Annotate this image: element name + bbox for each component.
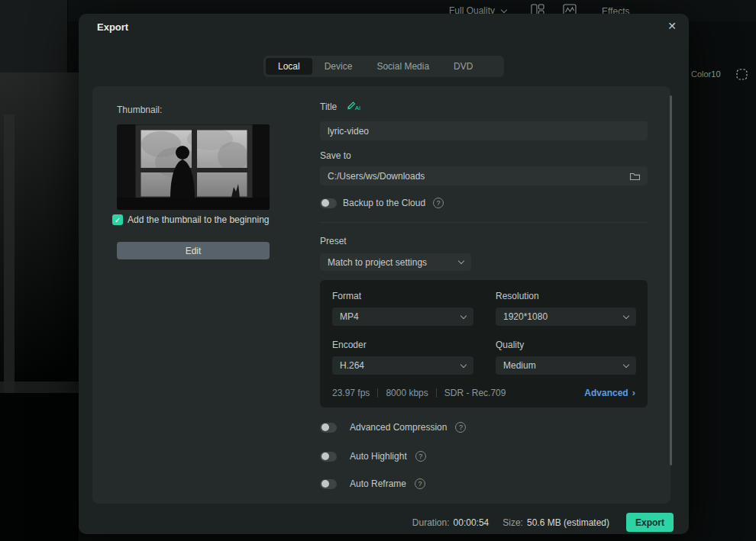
save-to-input[interactable] (320, 166, 648, 185)
quality-dropdown-field[interactable]: Medium (496, 356, 636, 375)
advanced-compression-toggle[interactable] (320, 423, 337, 433)
tab-dvd[interactable]: DVD (441, 58, 485, 75)
encoder-label: Encoder (332, 340, 367, 350)
save-to-field (320, 166, 648, 185)
thumbnail-checkbox[interactable]: ✓ (112, 214, 123, 225)
toggle-knob (321, 423, 329, 431)
edit-button-label: Edit (186, 246, 202, 256)
thumbnail-checkbox-row: ✓ Add the thumbnail to the beginning (112, 214, 269, 225)
size-info: Size: 50.6 MB (estimated) (502, 517, 609, 528)
format-dropdown[interactable]: MP4 (332, 308, 473, 326)
fps-value: 23.97 fps (332, 388, 370, 398)
help-icon[interactable]: ? (455, 422, 466, 433)
thumbnail-preview (117, 124, 270, 210)
encoder-dropdown[interactable]: H.264 (332, 356, 473, 375)
resolution-value: 1920*1080 (503, 311, 548, 322)
dialog-footer: Duration: 00:00:54 Size: 50.6 MB (estima… (412, 513, 674, 532)
ai-pen-icon[interactable]: AI (344, 99, 362, 114)
export-dialog: Export ✕ Local Device Social Media DVD T… (79, 14, 689, 534)
separator (377, 388, 378, 398)
tab-label: Social Media (376, 61, 429, 72)
advanced-link[interactable]: Advanced › (584, 388, 635, 398)
chevron-down-icon (460, 312, 467, 318)
backup-toggle[interactable] (320, 198, 337, 208)
color-space-value: SDR - Rec.709 (444, 388, 506, 398)
preset-dropdown[interactable]: Match to project settings (320, 253, 471, 271)
divider (320, 222, 648, 223)
toggle-knob (321, 199, 329, 207)
thumbnail-checkbox-label: Add the thumbnail to the beginning (128, 214, 269, 225)
help-icon[interactable]: ? (415, 451, 426, 462)
auto-reframe-row: Auto Reframe ? (320, 478, 425, 489)
video-preview-sill (0, 382, 79, 393)
resolution-dropdown[interactable]: 1920*1080 (496, 308, 636, 326)
thumbnail-image (117, 124, 270, 210)
help-icon[interactable]: ? (433, 198, 444, 208)
format-settings-panel: Format Resolution MP4 1920*1080 Encoder … (320, 280, 648, 407)
title-label: Title (320, 101, 337, 112)
duration-label: Duration: (412, 517, 450, 528)
save-to-label: Save to (320, 150, 351, 161)
toggle-knob (321, 452, 329, 460)
export-button[interactable]: Export (626, 513, 674, 532)
tab-label: Local (278, 61, 300, 72)
stream-info-row: 23.97 fps 8000 kbps SDR - Rec.709 Advanc… (332, 387, 635, 399)
color-board-icon[interactable] (735, 68, 748, 84)
size-label: Size: (502, 517, 523, 528)
export-settings-panel: Thumbnail: (92, 86, 670, 504)
resolution-label: Resolution (496, 291, 539, 301)
preset-label: Preset (320, 236, 347, 246)
duration-info: Duration: 00:00:54 (412, 517, 489, 528)
chevron-down-icon (501, 6, 507, 12)
chevron-right-icon: › (632, 388, 635, 398)
dialog-title: Export (97, 21, 128, 33)
auto-highlight-toggle[interactable] (320, 452, 337, 462)
help-icon[interactable]: ? (415, 478, 425, 489)
backup-label: Backup to the Cloud (343, 198, 425, 208)
scrollbar[interactable] (670, 95, 672, 465)
color-preset-label: Color10 (691, 69, 721, 79)
toggle-knob (321, 480, 329, 488)
advanced-compression-label: Advanced Compression (350, 422, 447, 433)
folder-browse-icon[interactable] (629, 171, 641, 185)
tab-label: Device (325, 61, 353, 72)
auto-highlight-row: Auto Highlight ? (320, 451, 426, 462)
chevron-down-icon (460, 361, 467, 367)
format-label: Format (332, 291, 361, 301)
top-left-panel (0, 0, 68, 72)
preset-value: Match to project settings (328, 257, 427, 268)
auto-reframe-toggle[interactable] (320, 479, 337, 489)
tab-label: DVD (454, 61, 473, 72)
close-icon[interactable]: ✕ (667, 20, 677, 32)
export-tabs: Local Device Social Media DVD (263, 56, 504, 77)
advanced-compression-row: Advanced Compression ? (320, 422, 466, 433)
size-value: 50.6 MB (estimated) (527, 517, 609, 528)
advanced-link-label: Advanced (584, 388, 628, 398)
title-label-row: Title AI (320, 100, 362, 114)
tab-device[interactable]: Device (312, 58, 365, 75)
quality-label: Quality (496, 340, 524, 350)
duration-value: 00:00:54 (454, 517, 489, 528)
chevron-down-icon (458, 258, 464, 264)
backup-cloud-row: Backup to the Cloud ? (320, 198, 444, 208)
format-value: MP4 (340, 311, 359, 322)
auto-reframe-label: Auto Reframe (350, 478, 406, 489)
stream-info: 23.97 fps 8000 kbps SDR - Rec.709 (332, 388, 506, 398)
export-button-label: Export (635, 517, 664, 528)
ai-icon-text: AI (355, 105, 360, 111)
tab-local[interactable]: Local (266, 58, 312, 75)
chevron-down-icon (623, 361, 629, 367)
edit-thumbnail-button[interactable]: Edit (117, 242, 270, 259)
separator (436, 388, 437, 398)
tab-social-media[interactable]: Social Media (364, 58, 441, 75)
video-preview-highlight (4, 114, 15, 393)
encoder-value: H.264 (340, 360, 364, 371)
bitrate-value: 8000 kbps (386, 388, 428, 398)
auto-highlight-label: Auto Highlight (350, 451, 407, 462)
title-input[interactable] (320, 121, 648, 140)
quality-value: Medium (503, 360, 536, 371)
thumbnail-label: Thumbnail: (117, 105, 162, 115)
chevron-down-icon (623, 312, 629, 318)
